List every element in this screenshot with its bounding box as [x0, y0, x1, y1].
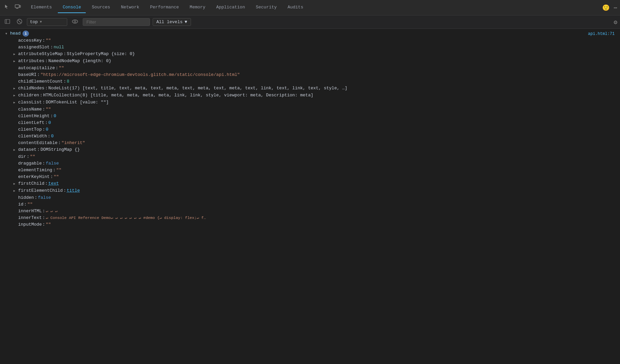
- prop-name: childElementCount: [18, 79, 63, 85]
- prop-toggle[interactable]: [13, 147, 18, 153]
- svg-rect-0: [15, 5, 19, 8]
- prop-colon: :: [42, 38, 45, 44]
- prop-colon: :: [42, 215, 45, 221]
- list-item[interactable]: firstElementChild : title: [0, 187, 620, 194]
- list-item[interactable]: innerText : ↵ Console API Reference Demo…: [0, 215, 620, 221]
- head-badge: i: [23, 31, 29, 37]
- list-item[interactable]: clientWidth : 0: [0, 133, 620, 140]
- tab-audits[interactable]: Audits: [283, 2, 308, 13]
- prop-colon: :: [50, 174, 53, 180]
- prop-colon: :: [50, 44, 53, 50]
- prop-colon: :: [42, 127, 45, 133]
- prop-value: "": [59, 65, 64, 71]
- prop-name: clientLeft: [18, 120, 44, 126]
- tab-sources[interactable]: Sources: [87, 2, 115, 13]
- prop-toggle[interactable]: [13, 58, 18, 64]
- prop-value: ↵ Console API Reference Demo↵ ↵ ↵ ↵ ↵ ↵ …: [46, 215, 206, 221]
- list-item[interactable]: elementTiming : "": [0, 167, 620, 174]
- prop-value: DOMTokenList [value: ""]: [46, 99, 109, 105]
- list-item[interactable]: children : HTMLCollection(8) [title, met…: [0, 92, 620, 99]
- filter-input[interactable]: [83, 18, 150, 26]
- list-item[interactable]: id : "": [0, 201, 620, 208]
- list-item[interactable]: className : "": [0, 106, 620, 113]
- list-item[interactable]: clientHeight : 0: [0, 113, 620, 120]
- prop-value: StylePropertyMap {size: 0}: [67, 51, 135, 57]
- list-item[interactable]: clientTop : 0: [0, 126, 620, 133]
- device-icon[interactable]: [13, 3, 22, 12]
- prop-colon: :: [42, 222, 45, 228]
- settings-icon[interactable]: ⚙: [614, 19, 617, 26]
- eye-icon-button[interactable]: [70, 18, 80, 27]
- clear-console-button[interactable]: [15, 17, 24, 27]
- list-item[interactable]: dataset : DOMStringMap {}: [0, 146, 620, 153]
- prop-name: clientWidth: [18, 133, 47, 139]
- prop-colon: :: [45, 58, 48, 64]
- list-item[interactable]: hidden : false: [0, 194, 620, 201]
- source-link[interactable]: api.html:71: [588, 32, 615, 36]
- list-item[interactable]: classList : DOMTokenList [value: ""]: [0, 99, 620, 106]
- list-item[interactable]: clientLeft : 0: [0, 120, 620, 126]
- list-item[interactable]: autocapitalize : "": [0, 65, 620, 72]
- prop-name: enterKeyHint: [18, 174, 50, 180]
- sidebar-toggle-button[interactable]: [3, 17, 12, 27]
- prop-name: dataset: [18, 147, 37, 153]
- tab-network[interactable]: Network: [116, 2, 144, 13]
- tab-elements[interactable]: Elements: [26, 2, 56, 13]
- list-item[interactable]: enterKeyHint : "": [0, 174, 620, 180]
- list-item[interactable]: dir : "": [0, 153, 620, 160]
- prop-value: "": [27, 201, 33, 208]
- tab-security[interactable]: Security: [251, 2, 281, 13]
- more-options-icon[interactable]: ⋯: [614, 4, 617, 11]
- prop-value: false: [46, 161, 59, 167]
- property-rows: accessKey : "" assignedSlot : null attri…: [0, 37, 620, 228]
- list-item[interactable]: accessKey : "": [0, 37, 620, 44]
- list-item[interactable]: attributeStyleMap : StylePropertyMap {si…: [0, 51, 620, 58]
- list-item[interactable]: childNodes : NodeList(17) [text, title, …: [0, 85, 620, 92]
- tab-memory[interactable]: Memory: [185, 2, 210, 13]
- prop-toggle[interactable]: [13, 181, 18, 187]
- prop-name: innerHTML: [18, 208, 42, 214]
- list-item[interactable]: childElementCount : 8: [0, 78, 620, 85]
- prop-value: "": [46, 106, 51, 112]
- prop-value: HTMLCollection(8) [title, meta, meta, me…: [43, 92, 313, 98]
- cursor-icon[interactable]: [3, 3, 11, 12]
- context-selector[interactable]: top ▼: [27, 18, 67, 26]
- tab-application[interactable]: Application: [211, 2, 250, 13]
- tab-console[interactable]: Console: [58, 2, 86, 13]
- prop-value: ↵ Console API Reference Demo↵ ↵: [46, 208, 57, 214]
- tab-performance[interactable]: Performance: [145, 2, 184, 13]
- prop-name: id: [18, 201, 24, 208]
- list-item[interactable]: attributes : NamedNodeMap {length: 0}: [0, 58, 620, 65]
- prop-colon: :: [42, 208, 45, 214]
- prop-toggle[interactable]: [13, 51, 18, 57]
- toolbar-right: ⚙: [614, 18, 617, 26]
- list-item[interactable]: baseURI : "https://microsoft-edge-chromi…: [0, 72, 620, 78]
- level-dropdown-arrow: ▼: [185, 19, 187, 25]
- prop-toggle[interactable]: [13, 99, 18, 106]
- list-item[interactable]: firstChild : text: [0, 180, 620, 187]
- svg-rect-1: [20, 5, 21, 7]
- prop-toggle[interactable]: [13, 85, 18, 92]
- prop-name: attributes: [18, 58, 44, 64]
- prop-toggle[interactable]: [13, 92, 18, 99]
- list-item[interactable]: contentEditable : "inherit": [0, 140, 620, 146]
- prop-value[interactable]: title: [67, 188, 80, 194]
- prop-colon: :: [45, 120, 48, 126]
- prop-name: inputMode: [18, 222, 42, 228]
- prop-value: 0: [48, 120, 51, 126]
- head-node-row[interactable]: head i: [0, 30, 620, 37]
- prop-value[interactable]: text: [48, 181, 59, 187]
- list-item[interactable]: innerHTML : ↵ Console API Reference Demo…: [0, 208, 620, 215]
- emoji-icon[interactable]: 🙂: [602, 4, 610, 11]
- devtools-icons: [3, 3, 22, 12]
- prop-colon: :: [58, 140, 61, 146]
- prop-value: NodeList(17) [text, title, text, meta, t…: [48, 85, 347, 91]
- prop-toggle[interactable]: [13, 188, 18, 194]
- prop-value: "inherit": [62, 140, 85, 146]
- prop-colon: :: [53, 167, 55, 173]
- list-item[interactable]: assignedSlot : null: [0, 44, 620, 51]
- log-level-selector[interactable]: All levels ▼: [153, 18, 191, 26]
- list-item[interactable]: draggable : false: [0, 160, 620, 167]
- head-toggle[interactable]: [5, 31, 10, 37]
- list-item[interactable]: inputMode : "": [0, 221, 620, 228]
